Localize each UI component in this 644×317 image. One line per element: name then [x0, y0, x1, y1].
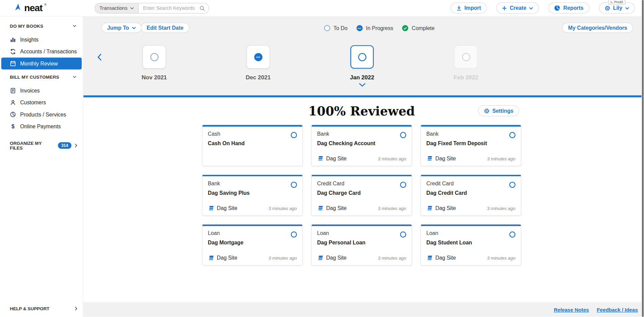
account-review-radio[interactable]	[400, 231, 406, 237]
user-name: Lily	[613, 5, 622, 11]
account-review-radio[interactable]	[509, 231, 515, 237]
month-card[interactable]	[454, 45, 478, 69]
complete-check-icon	[402, 25, 408, 31]
account-review-radio[interactable]	[509, 182, 515, 188]
month-card[interactable]	[142, 45, 166, 69]
search-icon[interactable]	[200, 3, 209, 13]
account-name: Dag Mortgage	[208, 240, 297, 246]
sidebar-item-monthly-review[interactable]: Monthly Review	[1, 57, 82, 69]
settings-button[interactable]: Settings	[478, 105, 519, 116]
legend-label: To Do	[334, 25, 347, 31]
sidebar-item-help-support[interactable]: HELP & SUPPORT	[0, 304, 83, 314]
footer-link[interactable]: Release Notes	[554, 307, 589, 313]
app-root: neat ® Transactions Import Create	[0, 0, 644, 317]
status-legend: To Do In Progress Complete	[324, 23, 435, 34]
create-button[interactable]: Create	[496, 2, 539, 14]
account-review-radio[interactable]	[400, 182, 406, 188]
account-review-radio[interactable]	[400, 132, 406, 138]
account-card[interactable]: Loan Dag Mortgage Dag Site 3 minu	[202, 224, 303, 266]
dollar-icon: $	[10, 123, 16, 129]
section-bill-my-customers[interactable]: BILL MY CUSTOMERS	[0, 70, 83, 85]
chevron-down-icon	[73, 25, 76, 27]
account-card[interactable]: Loan Dag Student Loan Dag Site 3	[421, 224, 521, 266]
account-type: Loan	[208, 230, 297, 236]
account-site: Dag Site	[436, 155, 456, 161]
import-button[interactable]: Import	[450, 2, 487, 14]
bank-site-icon	[426, 155, 432, 161]
footer-link[interactable]: Feedback / Ideas	[597, 307, 638, 313]
account-card[interactable]: Bank Dag Saving Plus Dag Site 3 m	[202, 175, 303, 216]
account-site: Dag Site	[326, 155, 347, 161]
account-review-radio[interactable]	[291, 231, 297, 237]
bank-site-icon	[426, 205, 432, 211]
chevron-down-icon	[130, 7, 134, 9]
sidebar-item-label: Accounts / Transactions	[20, 49, 77, 55]
create-label: Create	[510, 5, 526, 11]
search-category-dropdown[interactable]: Transactions	[95, 3, 139, 13]
sidebar-item-accounts-transactions[interactable]: Accounts / Transactions	[0, 46, 83, 57]
scrollbar-thumb[interactable]	[642, 0, 644, 317]
account-meta: Dag Site 3 minutes ago	[426, 155, 515, 161]
account-meta: Dag Site 3 minutes ago	[208, 255, 297, 261]
bank-site-icon	[317, 255, 323, 261]
account-updated: 3 minutes ago	[378, 256, 406, 261]
edit-start-date-button[interactable]: Edit Start Date	[141, 23, 189, 33]
account-meta: Dag Site 3 minutes ago	[317, 255, 406, 261]
chevron-left-icon	[97, 53, 102, 61]
person-icon	[10, 100, 16, 106]
account-name: Dag Charge Card	[317, 190, 406, 196]
account-card[interactable]: Cash Cash On Hand	[202, 125, 303, 166]
reports-button[interactable]: Reports	[549, 2, 589, 14]
account-type: Loan	[317, 230, 406, 236]
jump-to-button[interactable]: Jump To	[102, 23, 142, 33]
gear-icon	[484, 108, 489, 114]
gear-icon	[605, 5, 610, 11]
sidebar-item-label: Insights	[20, 36, 39, 43]
main-content: Jump To Edit Start Date To Do In Progres…	[83, 17, 642, 317]
sidebar-item-organize-my-files[interactable]: ORGANIZE MY FILES 314	[0, 138, 83, 153]
sidebar-item-customers[interactable]: Customers	[0, 97, 83, 108]
account-type: Loan	[426, 230, 515, 236]
account-card[interactable]: Credit Card Dag Charge Card Dag Site	[311, 175, 412, 216]
account-card[interactable]: Credit Card Dag Credit Card Dag Site	[421, 175, 521, 216]
chevron-down-icon	[625, 7, 629, 9]
account-name: Dag Credit Card	[426, 190, 515, 196]
account-name: Dag Checking Account	[317, 140, 406, 146]
account-type: Credit Card	[317, 180, 406, 186]
legend-label: In Progress	[366, 25, 393, 31]
account-type: Bank	[208, 180, 297, 186]
sidebar-item-insights[interactable]: Insights	[0, 34, 83, 46]
organize-files-label: ORGANIZE MY FILES	[10, 140, 55, 150]
chevron-down-icon	[529, 7, 533, 9]
section-do-my-books[interactable]: DO MY BOOKS	[0, 17, 83, 34]
month-card[interactable]	[247, 45, 270, 69]
account-card[interactable]: Loan Dag Personal Loan Dag Site 3	[311, 224, 412, 266]
expand-month-chevron-icon[interactable]	[359, 83, 365, 87]
account-card[interactable]: Bank Dag Checking Account Dag Site	[311, 125, 412, 166]
sidebar-item-online-payments[interactable]: $ Online Payments	[0, 121, 83, 132]
bank-site-icon	[426, 255, 432, 261]
timeline-month: Dec 2021	[206, 45, 310, 87]
settings-label: Settings	[492, 108, 513, 114]
sidebar-item-label: Monthly Review	[20, 60, 58, 67]
account-review-radio[interactable]	[509, 132, 515, 138]
month-label: Feb 2022	[454, 74, 478, 80]
search-input[interactable]	[139, 3, 200, 13]
accounts-grid: Cash Cash On Hand	[202, 125, 521, 265]
user-menu-wrap: L. Prod2 Lily	[599, 2, 635, 14]
month-status-icon	[462, 53, 470, 61]
account-review-radio[interactable]	[291, 132, 297, 138]
month-timeline: Nov 2021 Dec 2021	[102, 45, 518, 87]
account-site: Dag Site	[326, 205, 347, 211]
pie-slice-icon	[10, 111, 16, 117]
account-review-radio[interactable]	[291, 182, 297, 188]
neat-logo-icon	[15, 3, 22, 11]
chevron-down-icon	[132, 27, 136, 29]
sidebar-item-products-services[interactable]: Products / Services	[0, 108, 83, 120]
my-categories-vendors-button[interactable]: My Categories/Vendors	[562, 23, 633, 33]
sidebar-item-invoices[interactable]: Invoices	[0, 85, 83, 97]
month-card[interactable]	[351, 45, 374, 69]
account-meta: Dag Site 3 minutes ago	[208, 205, 297, 211]
chevron-right-icon	[75, 143, 77, 148]
account-card[interactable]: Bank Dag Fixed Term Deposit Dag Site	[421, 125, 521, 166]
